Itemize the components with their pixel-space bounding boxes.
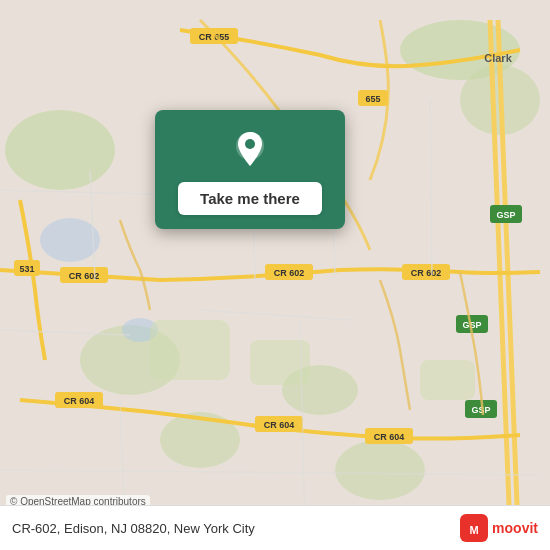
svg-text:CR 604: CR 604 xyxy=(374,432,405,442)
svg-text:CR 602: CR 602 xyxy=(274,268,305,278)
svg-text:GSP: GSP xyxy=(496,210,515,220)
svg-point-1 xyxy=(5,110,115,190)
address-label: CR-602, Edison, NJ 08820, New York City xyxy=(12,521,255,536)
map-svg: GSP GSP GSP CR 655 655 CR 602 CR 602 CR … xyxy=(0,0,550,550)
moovit-logo: M moovit xyxy=(460,514,538,542)
location-pin-icon xyxy=(228,128,272,172)
popup-card: Take me there xyxy=(155,110,345,229)
svg-point-8 xyxy=(40,218,100,262)
svg-text:M: M xyxy=(470,524,479,536)
take-me-there-button[interactable]: Take me there xyxy=(178,182,322,215)
svg-text:CR 602: CR 602 xyxy=(411,268,442,278)
svg-text:Clark: Clark xyxy=(484,52,512,64)
svg-rect-10 xyxy=(150,320,230,380)
svg-point-4 xyxy=(335,440,425,500)
map-container: GSP GSP GSP CR 655 655 CR 602 CR 602 CR … xyxy=(0,0,550,550)
moovit-logo-icon: M xyxy=(460,514,488,542)
svg-rect-12 xyxy=(420,360,475,400)
svg-text:CR 604: CR 604 xyxy=(264,420,295,430)
svg-text:CR 604: CR 604 xyxy=(64,396,95,406)
svg-text:531: 531 xyxy=(19,264,34,274)
svg-point-51 xyxy=(245,139,255,149)
svg-text:655: 655 xyxy=(365,94,380,104)
moovit-text: moovit xyxy=(492,520,538,536)
bottom-bar: CR-602, Edison, NJ 08820, New York City … xyxy=(0,505,550,550)
